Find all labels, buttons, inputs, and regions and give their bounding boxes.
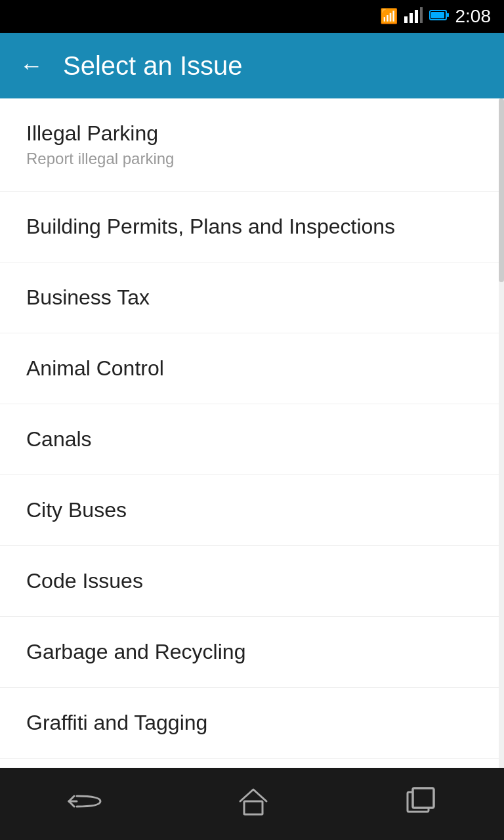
list-item-code-issues[interactable]: Code Issues [0,546,504,617]
list-item-city-buses[interactable]: City Buses [0,475,504,546]
page-title: Select an Issue [63,51,243,81]
scrollbar-track [499,98,504,768]
list-item-business-tax[interactable]: Business Tax [0,262,504,333]
item-title-garbage-recycling: Garbage and Recycling [26,640,478,664]
list-item-canals[interactable]: Canals [0,404,504,475]
svg-rect-2 [415,10,418,23]
status-icons: 📶 2:08 [380,6,492,27]
battery-icon [429,8,449,25]
svg-rect-0 [404,16,408,23]
item-title-city-buses: City Buses [26,498,478,522]
svg-rect-9 [413,788,434,808]
status-bar: 📶 2:08 [0,0,504,33]
svg-rect-1 [410,13,413,23]
nav-home-button[interactable] [218,780,289,828]
nav-back-button[interactable] [48,783,121,826]
list-item-illegal-parking[interactable]: Illegal ParkingReport illegal parking [0,98,504,192]
app-header: ← Select an Issue [0,33,504,98]
wifi-icon: 📶 [380,8,398,25]
svg-rect-5 [431,12,444,18]
item-title-illegal-parking: Illegal Parking [26,121,478,146]
nav-recents-button[interactable] [385,780,456,828]
svg-rect-6 [447,13,449,17]
back-button[interactable]: ← [20,52,43,79]
list-item-building-permits[interactable]: Building Permits, Plans and Inspections [0,192,504,262]
item-title-building-permits: Building Permits, Plans and Inspections [26,215,478,239]
item-title-graffiti-tagging: Graffiti and Tagging [26,711,478,735]
issues-list: Illegal ParkingReport illegal parkingBui… [0,98,504,768]
list-item-garbage-recycling[interactable]: Garbage and Recycling [0,617,504,688]
item-subtitle-illegal-parking: Report illegal parking [26,150,478,168]
svg-rect-3 [420,7,423,23]
status-time: 2:08 [455,6,492,27]
item-title-animal-control: Animal Control [26,356,478,381]
item-title-code-issues: Code Issues [26,569,478,593]
signal-icon [404,7,423,26]
scrollbar-thumb [499,98,504,282]
svg-rect-7 [244,801,262,814]
nav-bar [0,768,504,840]
list-item-animal-control[interactable]: Animal Control [0,333,504,404]
list-item-graffiti-tagging[interactable]: Graffiti and Tagging [0,688,504,759]
item-title-canals: Canals [26,427,478,452]
item-title-business-tax: Business Tax [26,285,478,310]
